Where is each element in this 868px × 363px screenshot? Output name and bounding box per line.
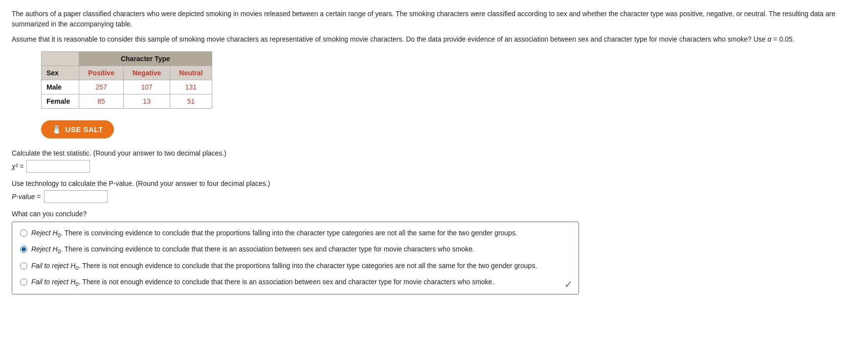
table-sex-subheader: Sex [42, 66, 79, 80]
table-empty-header [42, 52, 79, 66]
pvalue-input[interactable] [44, 190, 108, 203]
table-positive-subheader: Positive [79, 66, 124, 80]
radio-label-3[interactable]: Fail to reject H0. There is not enough e… [31, 261, 537, 272]
row-positive-1: 85 [79, 94, 124, 109]
row-label-0: Male [42, 80, 79, 94]
pvalue-section: Use technology to calculate the P-value.… [12, 180, 856, 203]
radio-label-1[interactable]: Reject H0. There is convincing evidence … [31, 228, 517, 239]
intro-paragraph-1: The authors of a paper classified charac… [12, 9, 843, 29]
row-negative-0: 107 [123, 80, 170, 94]
row-neutral-0: 131 [170, 80, 212, 94]
table-row: Male 257 107 131 [42, 80, 212, 94]
conclude-question: What can you conclude? [12, 210, 856, 218]
radio-option-3[interactable]: Fail to reject H0. There is not enough e… [20, 261, 571, 272]
table-character-type-header: Character Type [79, 52, 212, 66]
intro-paragraph-2: Assume that it is reasonable to consider… [12, 34, 843, 45]
chi-squared-input[interactable] [26, 160, 90, 173]
pvalue-label: P-value = [12, 193, 41, 201]
options-box: Reject H0. There is convincing evidence … [12, 222, 579, 295]
conclude-section: What can you conclude? Reject H0. There … [12, 210, 856, 295]
row-positive-0: 257 [79, 80, 124, 94]
table-neutral-subheader: Neutral [170, 66, 212, 80]
radio-label-2[interactable]: Reject H0. There is convincing evidence … [31, 244, 474, 255]
radio-option-2[interactable]: Reject H0. There is convincing evidence … [20, 244, 571, 255]
alpha-symbol: α [767, 35, 771, 43]
row-neutral-1: 51 [170, 94, 212, 109]
use-salt-label: USE SALT [66, 125, 103, 134]
pvalue-instruction: Use technology to calculate the P-value.… [12, 180, 856, 187]
radio-input-3[interactable] [20, 262, 27, 270]
data-table: Character Type Sex Positive Negative Neu… [41, 51, 212, 109]
checkmark-icon: ✓ [564, 278, 573, 290]
radio-option-4[interactable]: Fail to reject H0. There is not enough e… [20, 277, 571, 288]
radio-input-2[interactable] [20, 246, 27, 253]
radio-input-4[interactable] [20, 278, 27, 286]
calc-instruction: Calculate the test statistic. (Round you… [12, 149, 856, 157]
salt-icon: 🧂 [52, 125, 62, 134]
chi-squared-label: χ² = [12, 162, 23, 170]
row-negative-1: 13 [123, 94, 170, 109]
table-negative-subheader: Negative [123, 66, 170, 80]
radio-label-4[interactable]: Fail to reject H0. There is not enough e… [31, 277, 494, 288]
calc-section: Calculate the test statistic. (Round you… [12, 149, 856, 173]
data-table-container: Character Type Sex Positive Negative Neu… [41, 51, 856, 109]
table-row: Female 85 13 51 [42, 94, 212, 109]
use-salt-button[interactable]: 🧂 USE SALT [41, 120, 114, 138]
radio-option-1[interactable]: Reject H0. There is convincing evidence … [20, 228, 571, 239]
radio-input-1[interactable] [20, 229, 27, 237]
row-label-1: Female [42, 94, 79, 109]
